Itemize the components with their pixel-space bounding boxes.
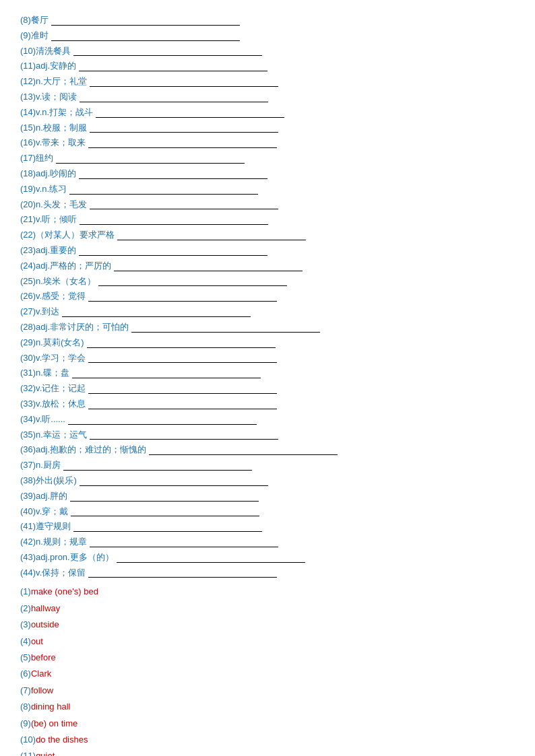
item-label: (42)n.规则；规章: [20, 535, 87, 549]
item-underline: [71, 516, 259, 516]
item-label: (43)adj.pron.更多（的）: [20, 551, 114, 565]
item-underline: [149, 454, 338, 455]
list-item: (21)v.听；倾听: [20, 213, 515, 227]
answer-item: (10)do the dishes: [20, 732, 515, 747]
item-label: (30)v.学习；学会: [20, 351, 86, 366]
list-item: (41)遵守规则: [20, 520, 515, 534]
item-label: (23)adj.重要的: [20, 244, 76, 258]
item-label: (26)v.感受；觉得: [20, 289, 86, 304]
answer-num: (5): [20, 652, 31, 662]
answers-list: (1)make (one's) bed(2)hallway(3)outside(…: [20, 584, 515, 756]
answer-item: (5)before: [20, 650, 515, 665]
item-label: (14)v.n.打架；战斗: [20, 106, 93, 120]
item-label: (29)n.莫莉(女名): [20, 336, 84, 350]
answer-num: (7): [20, 685, 31, 695]
item-label: (16)v.带来；取来: [20, 136, 86, 150]
item-underline: [79, 255, 268, 256]
list-item: (26)v.感受；觉得: [20, 289, 515, 304]
list-item: (37)n.厨房: [20, 458, 515, 473]
item-underline: [88, 577, 277, 578]
answer-text: Clark: [31, 668, 51, 679]
answer-text: make (one's) bed: [31, 586, 98, 596]
answer-num: (10): [20, 734, 36, 745]
item-underline: [90, 209, 278, 209]
item-underline: [68, 424, 257, 425]
items-list: (8)餐厅(9)准时(10)清洗餐具(11)adj.安静的(12)n.大厅；礼堂…: [20, 13, 515, 580]
answer-item: (2)hallway: [20, 600, 515, 616]
item-underline: [62, 316, 251, 317]
answer-item: (1)make (one's) bed: [20, 584, 515, 599]
list-item: (11)adj.安静的: [20, 59, 515, 73]
item-underline: [114, 271, 303, 271]
item-label: (38)外出(娱乐): [20, 474, 77, 488]
list-item: (27)v.到达: [20, 305, 515, 319]
answer-num: (9): [20, 718, 31, 728]
list-item: (19)v.n.练习: [20, 182, 515, 197]
item-label: (35)n.幸运；运气: [20, 428, 87, 442]
item-underline: [90, 439, 278, 440]
list-item: (30)v.学习；学会: [20, 351, 515, 366]
item-label: (41)遵守规则: [20, 520, 71, 534]
answer-num: (11): [20, 751, 36, 756]
answer-num: (8): [20, 701, 31, 712]
item-underline: [73, 55, 262, 56]
list-item: (28)adj.非常讨厌的；可怕的: [20, 320, 515, 335]
item-underline: [70, 501, 259, 502]
item-underline: [80, 102, 268, 102]
item-label: (17)纽约: [20, 151, 53, 166]
list-item: (34)v.听......: [20, 413, 515, 427]
item-label: (36)adj.抱歉的；难过的；惭愧的: [20, 443, 146, 457]
answer-text: do the dishes: [36, 734, 88, 745]
list-item: (17)纽约: [20, 151, 515, 166]
item-label: (10)清洗餐具: [20, 44, 71, 59]
item-underline: [51, 40, 240, 41]
item-label: (13)v.读；阅读: [20, 90, 77, 104]
item-underline: [79, 71, 268, 71]
list-item: (29)n.莫莉(女名): [20, 336, 515, 350]
item-label: (32)v.记住；记起: [20, 382, 86, 396]
item-underline: [73, 531, 262, 532]
list-item: (36)adj.抱歉的；难过的；惭愧的: [20, 443, 515, 457]
answer-item: (11)quiet: [20, 748, 515, 756]
item-underline: [80, 224, 268, 225]
answer-num: (4): [20, 636, 31, 646]
item-underline: [87, 347, 276, 348]
list-item: (40)v.穿；戴: [20, 505, 515, 519]
answer-item: (7)follow: [20, 683, 515, 698]
list-item: (38)外出(娱乐): [20, 474, 515, 488]
list-item: (20)n.头发；毛发: [20, 198, 515, 212]
item-underline: [131, 332, 320, 333]
answer-item: (3)outside: [20, 617, 515, 632]
item-label: (39)adj.胖的: [20, 489, 67, 504]
item-label: (21)v.听；倾听: [20, 213, 77, 227]
item-label: (44)v.保持；保留: [20, 566, 86, 580]
list-item: (31)n.碟；盘: [20, 366, 515, 380]
answer-num: (2): [20, 603, 31, 613]
item-label: (25)n.埃米（女名）: [20, 275, 96, 289]
item-underline: [88, 147, 277, 148]
item-underline: [88, 362, 277, 363]
item-label: (27)v.到达: [20, 305, 59, 319]
item-underline: [88, 393, 277, 394]
item-label: (31)n.碟；盘: [20, 366, 69, 380]
item-underline: [51, 25, 240, 26]
item-label: (24)adj.严格的；严厉的: [20, 259, 111, 273]
answer-num: (3): [20, 619, 31, 629]
list-item: (16)v.带来；取来: [20, 136, 515, 150]
main-content: (8)餐厅(9)准时(10)清洗餐具(11)adj.安静的(12)n.大厅；礼堂…: [20, 13, 515, 756]
list-item: (32)v.记住；记起: [20, 382, 515, 396]
list-item: (22)（对某人）要求严格: [20, 228, 515, 242]
answer-item: (9)(be) on time: [20, 716, 515, 731]
item-underline: [88, 301, 277, 302]
item-underline: [96, 117, 284, 118]
answer-item: (4)out: [20, 633, 515, 649]
item-label: (37)n.厨房: [20, 458, 61, 473]
item-label: (40)v.穿；戴: [20, 505, 68, 519]
list-item: (13)v.读；阅读: [20, 90, 515, 104]
answer-num: (1): [20, 586, 31, 596]
list-item: (44)v.保持；保留: [20, 566, 515, 580]
list-item: (25)n.埃米（女名）: [20, 275, 515, 289]
item-underline: [90, 86, 278, 87]
answer-text: out: [31, 636, 43, 646]
item-underline: [79, 178, 268, 179]
